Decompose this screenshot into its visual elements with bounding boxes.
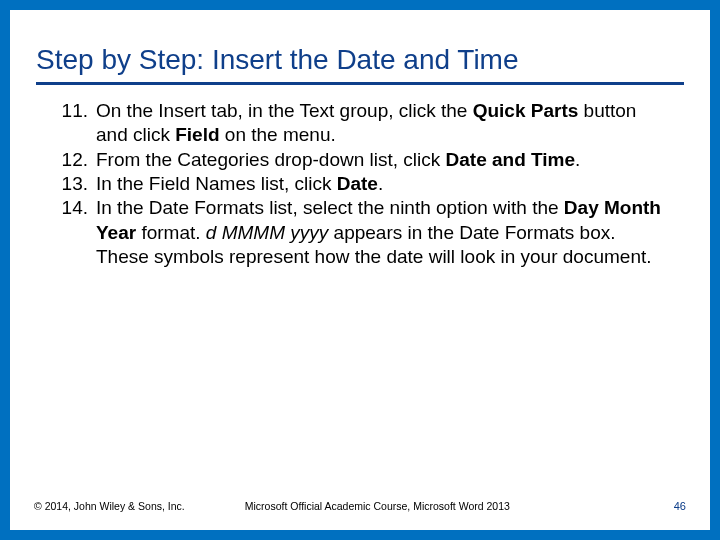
footer-course: Microsoft Official Academic Course, Micr… <box>185 500 674 512</box>
text-segment: On the Insert tab, in the Text group, cl… <box>96 100 473 121</box>
step-text: In the Field Names list, click Date. <box>96 172 666 196</box>
footer-copyright: © 2014, John Wiley & Sons, Inc. <box>34 500 185 512</box>
text-segment: Quick Parts <box>473 100 579 121</box>
text-segment: In the Field Names list, click <box>96 173 337 194</box>
text-segment: In the Date Formats list, select the nin… <box>96 197 564 218</box>
slide: Step by Step: Insert the Date and Time 1… <box>0 0 720 540</box>
list-item: 11.On the Insert tab, in the Text group,… <box>54 99 666 148</box>
text-segment: From the Categories drop-down list, clic… <box>96 149 446 170</box>
step-list: 11.On the Insert tab, in the Text group,… <box>54 99 666 269</box>
page-title: Step by Step: Insert the Date and Time <box>36 44 684 85</box>
list-item: 12.From the Categories drop-down list, c… <box>54 148 666 172</box>
text-segment: Date and Time <box>446 149 576 170</box>
title-area: Step by Step: Insert the Date and Time <box>10 10 710 93</box>
text-segment: Date <box>337 173 378 194</box>
list-item: 13.In the Field Names list, click Date. <box>54 172 666 196</box>
text-segment: Field <box>175 124 219 145</box>
footer-pagenum: 46 <box>674 500 686 512</box>
text-segment: . <box>378 173 383 194</box>
list-item: 14.In the Date Formats list, select the … <box>54 196 666 269</box>
footer: © 2014, John Wiley & Sons, Inc. Microsof… <box>20 492 700 520</box>
step-number: 11. <box>54 99 96 148</box>
text-segment: d MMMM yyyy <box>206 222 328 243</box>
step-text: On the Insert tab, in the Text group, cl… <box>96 99 666 148</box>
step-number: 12. <box>54 148 96 172</box>
text-segment: on the menu. <box>220 124 336 145</box>
step-number: 14. <box>54 196 96 269</box>
text-segment: . <box>575 149 580 170</box>
text-segment: format. <box>136 222 206 243</box>
content-area: 11.On the Insert tab, in the Text group,… <box>10 93 710 530</box>
step-number: 13. <box>54 172 96 196</box>
step-text: In the Date Formats list, select the nin… <box>96 196 666 269</box>
step-text: From the Categories drop-down list, clic… <box>96 148 666 172</box>
